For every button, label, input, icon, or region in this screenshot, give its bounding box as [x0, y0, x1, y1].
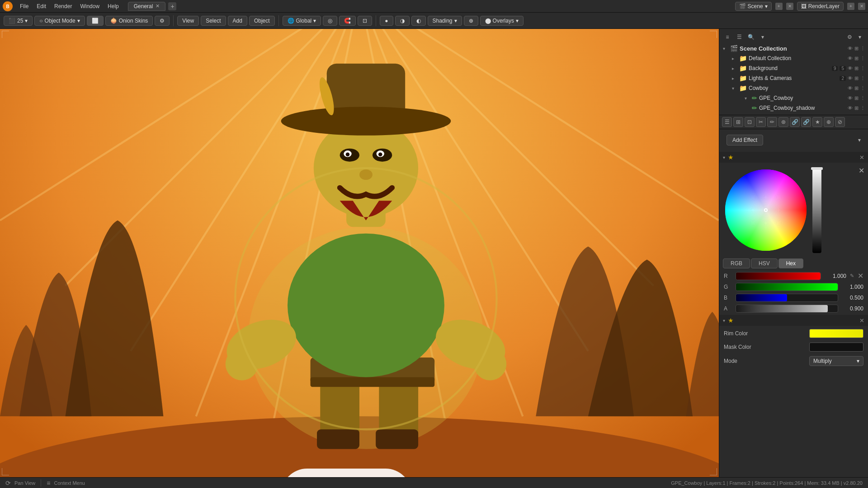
background-item[interactable]: ▸ 📁 Background 9 5 👁 ⊞ ⋮ — [719, 63, 868, 73]
menu-edit[interactable]: Edit — [33, 2, 50, 10]
prop-tool-8[interactable]: 🔗 — [801, 117, 811, 127]
color-picker-close[interactable]: ✕ — [859, 166, 864, 175]
scene-collection-item[interactable]: ▾ 🎬 Scene Collection 👁 ⊞ ⋮ — [719, 43, 868, 53]
workspace-tab-close[interactable]: ✕ — [156, 3, 160, 9]
menu-file[interactable]: File — [16, 2, 32, 10]
r-close[interactable]: ✕ — [858, 272, 863, 280]
tab-hsv[interactable]: HSV — [751, 258, 778, 268]
view-menu-btn[interactable]: View — [177, 16, 199, 26]
prop-tool-2[interactable]: ⊞ — [733, 117, 743, 127]
outliner-menu-btn[interactable]: ▾ — [758, 33, 767, 42]
g-slider-track[interactable] — [736, 283, 838, 291]
dc-more-btn[interactable]: ⋮ — [860, 56, 865, 61]
add-menu-btn[interactable]: Add — [228, 16, 247, 26]
prop-tool-7[interactable]: 🔗 — [790, 117, 800, 127]
bg-grid-btn[interactable]: ⊞ — [854, 66, 859, 71]
add-effect-dropdown[interactable]: ▾ — [854, 137, 864, 143]
dc-vis-btn[interactable]: 👁 — [848, 56, 853, 61]
cow-more-btn[interactable]: ⋮ — [860, 85, 865, 91]
value-slider[interactable] — [812, 167, 821, 253]
gizmo-btn[interactable]: ⊕ — [464, 16, 478, 26]
viewport[interactable] — [0, 29, 719, 477]
gpeshadow-vis-btn[interactable]: 👁 — [848, 105, 853, 111]
prop-tool-9[interactable]: ★ — [812, 117, 822, 127]
gpeshadow-more-btn[interactable]: ⋮ — [860, 105, 865, 111]
prop-tool-4[interactable]: ✂ — [756, 117, 766, 127]
bg-arrow[interactable]: ▸ — [732, 66, 737, 71]
tab-hex[interactable]: Hex — [778, 258, 803, 268]
onion-settings-btn[interactable]: ⚙ — [155, 16, 170, 26]
outliner-search-btn[interactable]: 🔍 — [746, 33, 755, 42]
color-wheel-wrapper[interactable] — [723, 167, 809, 253]
shading-mode-2[interactable]: ◑ — [395, 16, 410, 26]
effect2-star[interactable]: ★ — [728, 317, 734, 324]
a-slider-track[interactable] — [736, 305, 838, 313]
object-data-btn[interactable]: ⬜ — [87, 16, 104, 26]
cow-arrow[interactable]: ▾ — [732, 86, 737, 91]
lc-vis-btn[interactable]: 👁 — [848, 75, 853, 81]
outliner-view-btn[interactable]: ☰ — [735, 33, 744, 42]
overlays-selector[interactable]: ⬤ Overlays ▾ — [480, 16, 524, 26]
rim-color-swatch[interactable] — [809, 329, 863, 338]
scene-more-btn[interactable]: ⋮ — [860, 46, 865, 52]
outliner-more-btn[interactable]: ▾ — [855, 33, 864, 42]
workspace-tab-general[interactable]: General ✕ — [128, 2, 166, 11]
scene-add-btn[interactable]: + — [775, 3, 783, 10]
scene-grid-btn[interactable]: ⊞ — [854, 46, 859, 52]
prop-tool-1[interactable]: ☰ — [722, 117, 732, 127]
gpe-cowboy-item[interactable]: ▾ ✏ GPE_Cowboy 👁 ⊞ ⋮ — [719, 93, 868, 103]
mode-dropdown[interactable]: Multiply ▾ — [809, 356, 863, 366]
effect1-expand[interactable]: ▾ — [723, 155, 725, 160]
gpe-vis-btn[interactable]: 👁 — [848, 95, 853, 101]
scene-coll-arrow[interactable]: ▾ — [723, 46, 728, 51]
prop-tool-11[interactable]: ⊘ — [835, 117, 845, 127]
view-layer-selector[interactable]: ⬛ 25 ▾ — [4, 16, 33, 26]
cow-grid-btn[interactable]: ⊞ — [854, 85, 859, 91]
snapping-btn[interactable]: 🧲 — [339, 16, 356, 26]
menu-help[interactable]: Help — [104, 2, 123, 10]
proportional-edit-btn[interactable]: ◎ — [323, 16, 337, 26]
prop-tool-6[interactable]: ⊛ — [778, 117, 788, 127]
cowboy-item[interactable]: ▾ 📁 Cowboy 👁 ⊞ ⋮ — [719, 83, 868, 93]
lc-arrow[interactable]: ▸ — [732, 76, 737, 81]
dc-grid-btn[interactable]: ⊞ — [854, 56, 859, 61]
scene-close-btn[interactable]: ✕ — [786, 3, 793, 10]
gpe-cowboy-shadow-item[interactable]: ✏ GPE_Cowboy_shadow 👁 ⊞ ⋮ — [719, 103, 868, 113]
bg-vis-btn[interactable]: 👁 — [848, 66, 853, 71]
default-coll-arrow[interactable]: ▸ — [732, 56, 737, 61]
lights-cameras-item[interactable]: ▸ 📁 Lights & Cameras 2 👁 ⊞ ⋮ — [719, 73, 868, 83]
scene-vis-btn[interactable]: 👁 — [848, 46, 853, 51]
gpe-more-btn[interactable]: ⋮ — [860, 95, 865, 101]
color-wheel[interactable] — [723, 167, 809, 253]
extra-btn[interactable]: ⊡ — [358, 16, 372, 26]
outliner-filter-btn[interactable]: ≡ — [723, 33, 732, 42]
gpeshadow-grid-btn[interactable]: ⊞ — [854, 105, 859, 111]
r-edit-icon[interactable]: ✎ — [850, 273, 854, 279]
renderlayer-add-btn[interactable]: + — [847, 3, 854, 10]
prop-tool-5[interactable]: ✏ — [767, 117, 777, 127]
object-menu-btn[interactable]: Object — [249, 16, 275, 26]
menu-window[interactable]: Window — [76, 2, 103, 10]
r-slider-track[interactable] — [736, 272, 821, 280]
gpe-grid-btn[interactable]: ⊞ — [854, 95, 859, 101]
bg-more-btn[interactable]: ⋮ — [860, 66, 865, 71]
b-slider-track[interactable] — [736, 294, 838, 302]
shading-mode-1[interactable]: ● — [380, 16, 393, 26]
renderlayer-close-btn[interactable]: ✕ — [858, 3, 865, 10]
lc-grid-btn[interactable]: ⊞ — [854, 75, 859, 81]
scene-selector[interactable]: 🎬 Scene ▾ — [735, 2, 772, 11]
effect2-expand[interactable]: ▾ — [723, 318, 725, 323]
add-workspace-button[interactable]: + — [168, 2, 176, 10]
menu-render[interactable]: Render — [51, 2, 75, 10]
onion-skins-btn[interactable]: 🧅 Onion Skins — [105, 16, 153, 26]
prop-tool-10[interactable]: ⊕ — [824, 117, 834, 127]
cow-vis-btn[interactable]: 👁 — [848, 85, 853, 91]
mask-color-swatch[interactable] — [809, 343, 863, 352]
shading-selector[interactable]: Shading ▾ — [428, 16, 462, 26]
renderlayer-selector[interactable]: 🖼 RenderLayer — [797, 2, 844, 11]
effect1-star[interactable]: ★ — [728, 154, 734, 161]
default-collection-item[interactable]: ▸ 📁 Default Collection 👁 ⊞ ⋮ — [719, 53, 868, 63]
effect2-close[interactable]: ✕ — [859, 317, 864, 324]
tab-rgb[interactable]: RGB — [723, 258, 750, 268]
select-menu-btn[interactable]: Select — [201, 16, 226, 26]
